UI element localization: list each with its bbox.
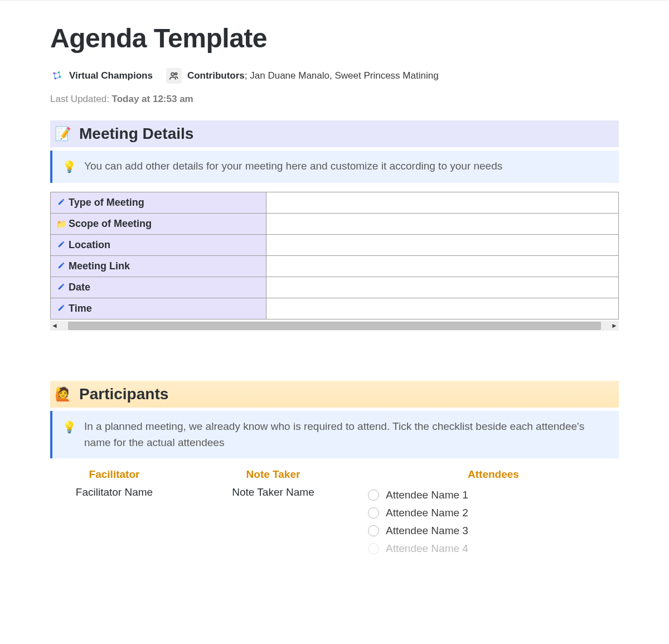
table-label-cell: Meeting Link [51,256,266,277]
table-row: Meeting Link [51,256,619,277]
attendee-checkbox[interactable] [368,543,379,554]
svg-point-5 [175,72,177,75]
table-row: Time [51,298,619,319]
attendees-list: Attendee Name 1Attendee Name 2Attendee N… [368,486,619,558]
row-label: Date [69,282,90,293]
table-label-cell: 📁Scope of Meeting [51,214,266,235]
note-taker-name[interactable]: Note Taker Name [201,486,346,498]
list-item: Attendee Name 4 [368,540,619,558]
attendee-name[interactable]: Attendee Name 2 [386,507,468,519]
svg-point-4 [171,72,174,75]
table-label-cell: Date [51,277,266,298]
contributors-chip[interactable]: Contributors; Jan Duane Manalo, Sweet Pr… [166,68,439,84]
note-taker-column: Note Taker Note Taker Name [201,468,346,558]
participants-tip: 💡 In a planned meeting, we already know … [50,411,619,458]
attendee-checkbox[interactable] [368,507,379,519]
row-label: Time [69,303,92,314]
meta-row: Virtual Champions Contributors; Jan Duan… [50,68,619,84]
attendees-column: Attendees Attendee Name 1Attendee Name 2… [368,468,619,558]
svg-point-0 [53,72,55,74]
meeting-details-title: Meeting Details [79,125,193,143]
list-item: Attendee Name 1 [368,486,619,504]
attendee-checkbox[interactable] [368,490,379,501]
participants-title: Participants [79,385,168,403]
lightbulb-icon: 💡 [62,419,76,435]
attendee-name[interactable]: Attendee Name 3 [386,525,468,537]
lightbulb-icon: 💡 [62,158,76,175]
table-value-cell[interactable] [266,214,619,235]
table-row: Type of Meeting [51,192,619,214]
meeting-details-table: Type of Meeting📁Scope of MeetingLocation… [50,192,619,319]
pencil-icon [56,262,66,269]
contributors-names: Jan Duane Manalo, Sweet Princess Matinin… [250,70,438,81]
spacer [50,331,619,381]
table-value-cell[interactable] [266,235,619,256]
row-label: Meeting Link [69,260,130,272]
workspace-name: Virtual Champions [69,70,153,81]
last-updated-label: Last Updated: [50,94,109,104]
table-value-cell[interactable] [266,192,619,214]
page-title: Agenda Template [50,23,619,54]
pencil-icon [56,283,66,290]
attendees-head: Attendees [368,468,619,481]
facilitator-name[interactable]: Facilitator Name [50,486,178,498]
list-item: Attendee Name 3 [368,522,619,540]
row-label: Scope of Meeting [69,218,152,229]
page: Agenda Template Virtual Champions [0,1,669,558]
note-taker-head: Note Taker [201,468,346,481]
meeting-details-header: 📝 Meeting Details [50,120,619,147]
row-label: Type of Meeting [69,197,144,208]
last-updated: Last Updated: Today at 12:53 am [50,94,619,105]
meeting-details-tip-text: You can add other details for your meeti… [84,158,502,175]
facilitator-head: Facilitator [50,468,178,481]
table-value-cell[interactable] [266,298,619,319]
folder-icon: 📁 [56,219,66,229]
horizontal-scrollbar[interactable]: ◄ ► [50,321,619,331]
last-updated-value: Today at 12:53 am [112,94,193,104]
contributors-label: Contributors [187,70,245,81]
scroll-left-icon[interactable]: ◄ [50,322,59,330]
table-row: 📁Scope of Meeting [51,214,619,235]
table-value-cell[interactable] [266,277,619,298]
meeting-details-tip: 💡 You can add other details for your mee… [50,151,619,183]
participants-tip-text: In a planned meeting, we already know wh… [84,419,609,451]
meeting-details-tbody: Type of Meeting📁Scope of MeetingLocation… [51,192,619,319]
table-row: Date [51,277,619,298]
scroll-track[interactable] [68,322,601,330]
pencil-icon [56,240,66,248]
facilitator-column: Facilitator Facilitator Name [50,468,178,558]
table-row: Location [51,235,619,256]
list-item: Attendee Name 2 [368,504,619,522]
memo-icon: 📝 [55,126,71,142]
participants-header: 🙋 Participants [50,381,619,408]
participants-grid: Facilitator Facilitator Name Note Taker … [50,468,619,558]
contributors-icon [166,68,182,84]
scroll-right-icon[interactable]: ► [610,322,619,330]
row-label: Location [69,239,110,250]
attendee-name[interactable]: Attendee Name 1 [386,489,468,501]
table-label-cell: Type of Meeting [51,192,266,214]
contributors-text: Contributors; Jan Duane Manalo, Sweet Pr… [187,70,439,81]
pencil-icon [56,198,66,206]
raising-hand-icon: 🙋 [55,386,71,402]
table-value-cell[interactable] [266,256,619,277]
workspace-icon [50,69,64,83]
table-label-cell: Time [51,298,266,319]
table-label-cell: Location [51,235,266,256]
attendee-name[interactable]: Attendee Name 4 [386,543,468,555]
attendee-checkbox[interactable] [368,525,379,536]
pencil-icon [56,304,66,312]
workspace-chip[interactable]: Virtual Champions [50,69,153,83]
